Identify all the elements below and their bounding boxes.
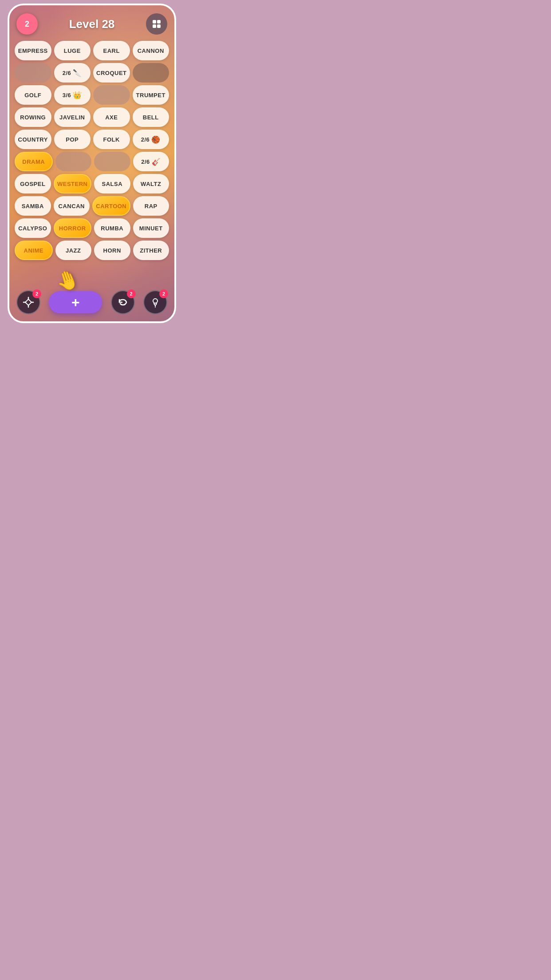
word-row: GOSPEL WESTERN SALSA WALTZ (15, 174, 169, 194)
chip-empty-1 (15, 63, 51, 83)
chip-croquet[interactable]: CROQUET (93, 63, 130, 83)
chip-counter-knife[interactable]: 2/6 🔪 (54, 63, 91, 83)
phone-frame: 2 Level 28 EMPRESS LUGE EARL CANNON (8, 4, 176, 323)
chip-cannon[interactable]: CANNON (133, 41, 169, 60)
word-row: 2/6 🔪 CROQUET (15, 63, 169, 83)
chip-empty-5 (94, 152, 130, 171)
chip-samba[interactable]: SAMBA (15, 196, 51, 216)
chip-counter-crown[interactable]: 3/6 👑 (54, 85, 91, 105)
move-badge: 2 (32, 289, 41, 298)
chip-horror[interactable]: HORROR (54, 218, 92, 238)
level-title: Level 28 (69, 17, 115, 31)
chip-jazz[interactable]: JAZZ (55, 241, 92, 260)
svg-rect-3 (157, 24, 161, 28)
chip-waltz[interactable]: WALTZ (133, 174, 169, 194)
chip-gospel[interactable]: GOSPEL (15, 174, 51, 194)
chip-minuet[interactable]: MINUET (133, 218, 169, 238)
move-button[interactable]: 2 (16, 290, 40, 314)
chip-empty-4 (55, 152, 92, 171)
chip-trumpet[interactable]: TRUMPET (133, 85, 169, 105)
chip-rumba[interactable]: RUMBA (94, 218, 130, 238)
chip-empress[interactable]: EMPRESS (15, 41, 51, 60)
chip-earl[interactable]: EARL (93, 41, 130, 60)
chip-empty-2 (133, 63, 169, 83)
chip-rap[interactable]: RAP (133, 196, 169, 216)
chip-javelin[interactable]: JAVELIN (54, 107, 91, 127)
undo-badge: 2 (127, 289, 136, 298)
word-row: DRAMA 2/6 🎸 (15, 152, 169, 171)
svg-point-6 (155, 307, 156, 308)
undo-button[interactable]: 2 (111, 290, 135, 314)
add-icon: + (71, 294, 80, 311)
chip-salsa[interactable]: SALSA (94, 174, 130, 194)
chip-pop[interactable]: POP (54, 130, 91, 149)
word-row: ANIME JAZZ HORN ZITHER (15, 241, 169, 260)
chip-bell[interactable]: BELL (133, 107, 169, 127)
chip-counter-basketball[interactable]: 2/6 🏀 (133, 130, 169, 149)
grid-button[interactable] (146, 13, 167, 35)
main-content: 2 Level 28 EMPRESS LUGE EARL CANNON (9, 5, 174, 321)
chip-zither[interactable]: ZITHER (133, 241, 169, 260)
word-row: GOLF 3/6 👑 TRUMPET (15, 85, 169, 105)
chip-cancan[interactable]: CANCAN (54, 196, 90, 216)
svg-rect-2 (153, 24, 156, 28)
chip-empty-3 (93, 85, 130, 105)
svg-rect-0 (153, 20, 156, 24)
chip-calypso[interactable]: CALYPSO (15, 218, 51, 238)
chip-country[interactable]: COUNTRY (15, 130, 51, 149)
chip-cartoon[interactable]: CARTOON (92, 196, 130, 216)
svg-point-4 (153, 299, 157, 303)
chip-folk[interactable]: FOLK (93, 130, 130, 149)
chip-luge[interactable]: LUGE (54, 41, 91, 60)
word-grid: EMPRESS LUGE EARL CANNON 2/6 🔪 CROQUET G… (9, 38, 174, 286)
chip-golf[interactable]: GOLF (15, 85, 51, 105)
chip-rowing[interactable]: ROWING (15, 107, 51, 127)
chip-anime[interactable]: ANIME (15, 241, 53, 260)
svg-rect-1 (157, 20, 161, 24)
add-button[interactable]: + (49, 291, 102, 313)
chip-drama[interactable]: DRAMA (15, 152, 53, 171)
chip-western[interactable]: WESTERN (54, 174, 92, 194)
hint-button[interactable]: 2 (143, 290, 167, 314)
chip-counter-guitar[interactable]: 2/6 🎸 (133, 152, 169, 171)
word-row: EMPRESS LUGE EARL CANNON (15, 41, 169, 60)
word-row: ROWING JAVELIN AXE BELL (15, 107, 169, 127)
chip-horn[interactable]: HORN (94, 241, 130, 260)
word-row: CALYPSO HORROR RUMBA MINUET (15, 218, 169, 238)
header: 2 Level 28 (9, 5, 174, 38)
footer: 2 + 2 2 (9, 286, 174, 321)
word-row: SAMBA CANCAN CARTOON RAP (15, 196, 169, 216)
chip-axe[interactable]: AXE (93, 107, 130, 127)
hint-badge: 2 (159, 289, 168, 298)
lives-badge: 2 (16, 13, 38, 35)
word-row: COUNTRY POP FOLK 2/6 🏀 (15, 130, 169, 149)
